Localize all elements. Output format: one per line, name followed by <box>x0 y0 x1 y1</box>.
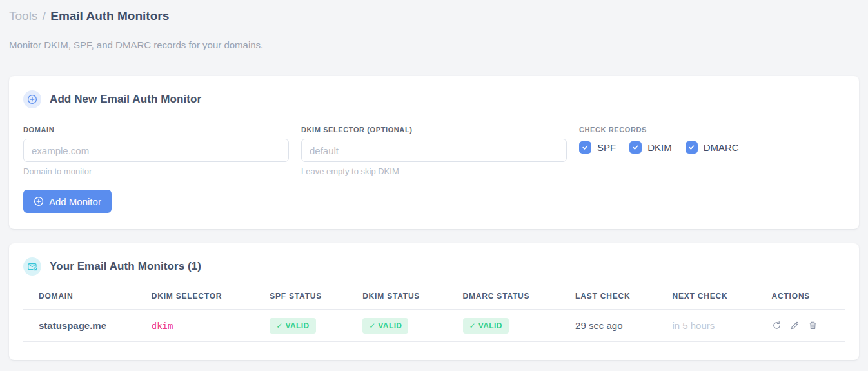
table-row: statuspage.me dkim ✓ VALID ✓ VALID ✓ VAL… <box>23 310 845 342</box>
domain-field-group: DOMAIN Domain to monitor <box>23 126 289 176</box>
email-auth-monitors-page: Tools / Email Auth Monitors Monitor DKIM… <box>0 0 868 360</box>
add-monitor-card-header: Add New Email Auth Monitor <box>23 90 845 108</box>
col-header-domain: DOMAIN <box>23 292 152 310</box>
domain-input[interactable] <box>23 139 289 162</box>
dkim-selector-field-group: DKIM SELECTOR (OPTIONAL) Leave empty to … <box>301 126 567 176</box>
spf-checkbox-label: SPF <box>597 142 616 153</box>
dkim-selector-field-label: DKIM SELECTOR (OPTIONAL) <box>301 126 567 134</box>
domain-field-label: DOMAIN <box>23 126 289 134</box>
check-records-group: CHECK RECORDS SPF DKIM <box>579 126 845 176</box>
check-records-options: SPF DKIM DMARC <box>579 141 845 154</box>
col-header-actions: ACTIONS <box>772 292 845 310</box>
dmarc-status-badge: ✓ VALID <box>463 318 509 334</box>
spf-checkbox-box[interactable] <box>579 141 591 154</box>
refresh-icon[interactable] <box>772 321 782 330</box>
col-header-next-check: NEXT CHECK <box>672 292 771 310</box>
monitor-dkim-selector: dkim <box>152 321 173 331</box>
col-header-last-check: LAST CHECK <box>575 292 672 310</box>
add-monitor-form: DOMAIN Domain to monitor DKIM SELECTOR (… <box>23 126 845 176</box>
col-header-dkim-status: DKIM STATUS <box>362 292 462 310</box>
col-header-dmarc-status: DMARC STATUS <box>463 292 576 310</box>
monitor-last-check: 29 sec ago <box>575 320 622 331</box>
dmarc-checkbox-label: DMARC <box>704 142 739 153</box>
domain-field-helper: Domain to monitor <box>23 166 289 176</box>
spf-checkbox[interactable]: SPF <box>579 141 616 154</box>
dkim-selector-field-helper: Leave empty to skip DKIM <box>301 166 567 176</box>
col-header-spf-status: SPF STATUS <box>270 292 362 310</box>
table-header-row: DOMAIN DKIM SELECTOR SPF STATUS DKIM STA… <box>23 292 845 310</box>
monitors-table: DOMAIN DKIM SELECTOR SPF STATUS DKIM STA… <box>23 292 845 342</box>
col-header-dkim-selector: DKIM SELECTOR <box>152 292 270 310</box>
add-monitor-card: Add New Email Auth Monitor DOMAIN Domain… <box>9 76 859 229</box>
monitors-card-header: Your Email Auth Monitors (1) <box>23 257 845 276</box>
monitor-domain: statuspage.me <box>39 320 106 331</box>
monitor-next-check: in 5 hours <box>672 320 715 331</box>
add-monitor-button-label: Add Monitor <box>49 196 101 207</box>
spf-status-badge: ✓ VALID <box>270 318 315 334</box>
monitors-list-card: Your Email Auth Monitors (1) DOMAIN DKIM… <box>9 243 859 360</box>
edit-icon[interactable] <box>790 321 800 330</box>
envelope-check-icon <box>23 257 41 276</box>
add-monitor-button[interactable]: Add Monitor <box>23 190 112 213</box>
page-subtitle: Monitor DKIM, SPF, and DMARC records for… <box>9 39 859 50</box>
check-records-label: CHECK RECORDS <box>579 126 845 134</box>
page-title: Email Auth Monitors <box>50 9 169 23</box>
dkim-checkbox[interactable]: DKIM <box>629 141 672 154</box>
dmarc-checkbox[interactable]: DMARC <box>686 141 739 154</box>
dmarc-checkbox-box[interactable] <box>686 141 698 154</box>
dkim-selector-input[interactable] <box>301 139 567 162</box>
add-monitor-card-title: Add New Email Auth Monitor <box>50 93 201 106</box>
row-actions <box>772 321 840 330</box>
breadcrumb: Tools / Email Auth Monitors <box>9 8 859 24</box>
dkim-checkbox-label: DKIM <box>647 142 672 153</box>
delete-icon[interactable] <box>808 321 818 330</box>
plus-circle-icon <box>34 196 44 206</box>
breadcrumb-tools-link[interactable]: Tools <box>9 9 37 23</box>
dkim-status-badge: ✓ VALID <box>362 318 408 334</box>
monitors-card-title: Your Email Auth Monitors (1) <box>50 260 201 273</box>
breadcrumb-separator: / <box>41 9 47 23</box>
plus-circle-icon <box>23 90 41 108</box>
dkim-checkbox-box[interactable] <box>629 141 642 154</box>
